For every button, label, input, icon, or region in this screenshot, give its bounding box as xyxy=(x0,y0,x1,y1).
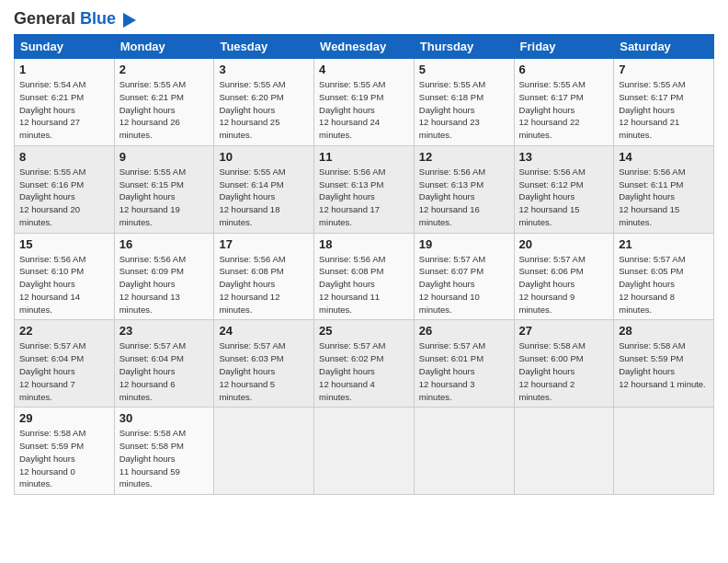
day-info: Sunrise: 5:56 AMSunset: 6:11 PMDaylight … xyxy=(619,166,709,229)
day-info: Sunrise: 5:56 AMSunset: 6:13 PMDaylight … xyxy=(419,166,509,229)
table-row: 3Sunrise: 5:55 AMSunset: 6:20 PMDaylight… xyxy=(214,59,314,146)
table-row: 8Sunrise: 5:55 AMSunset: 6:16 PMDaylight… xyxy=(15,145,115,233)
table-row xyxy=(314,408,415,495)
day-info: Sunrise: 5:57 AMSunset: 6:01 PMDaylight … xyxy=(419,339,509,403)
day-number: 20 xyxy=(519,237,609,251)
table-row: 23Sunrise: 5:57 AMSunset: 6:04 PMDayligh… xyxy=(114,320,214,408)
table-row: 1Sunrise: 5:54 AMSunset: 6:21 PMDaylight… xyxy=(15,59,115,146)
calendar-week-row: 1Sunrise: 5:54 AMSunset: 6:21 PMDaylight… xyxy=(15,59,714,146)
day-info: Sunrise: 5:55 AMSunset: 6:19 PMDaylight … xyxy=(319,78,409,142)
day-info: Sunrise: 5:56 AMSunset: 6:09 PMDaylight … xyxy=(119,253,210,316)
day-number: 15 xyxy=(19,237,109,251)
table-row: 10Sunrise: 5:55 AMSunset: 6:14 PMDayligh… xyxy=(214,145,314,233)
day-number: 30 xyxy=(119,411,210,425)
day-number: 10 xyxy=(219,150,309,164)
day-number: 4 xyxy=(319,63,409,76)
day-info: Sunrise: 5:55 AMSunset: 6:17 PMDaylight … xyxy=(519,78,609,142)
day-number: 7 xyxy=(619,63,709,76)
day-info: Sunrise: 5:55 AMSunset: 6:15 PMDaylight … xyxy=(119,166,210,229)
calendar-table: Sunday Monday Tuesday Wednesday Thursday… xyxy=(14,34,714,495)
day-number: 6 xyxy=(519,63,609,76)
day-info: Sunrise: 5:57 AMSunset: 6:05 PMDaylight … xyxy=(619,253,709,316)
day-info: Sunrise: 5:55 AMSunset: 6:17 PMDaylight … xyxy=(619,78,709,142)
logo-text: General Blue xyxy=(14,9,116,29)
day-number: 18 xyxy=(319,237,409,251)
day-info: Sunrise: 5:58 AMSunset: 5:59 PMDaylight … xyxy=(19,427,109,490)
col-sunday: Sunday xyxy=(15,35,115,59)
day-number: 23 xyxy=(119,324,210,338)
table-row: 22Sunrise: 5:57 AMSunset: 6:04 PMDayligh… xyxy=(15,320,115,408)
table-row: 2Sunrise: 5:55 AMSunset: 6:21 PMDaylight… xyxy=(114,59,214,146)
table-row xyxy=(614,408,714,495)
table-row: 12Sunrise: 5:56 AMSunset: 6:13 PMDayligh… xyxy=(414,145,514,233)
col-wednesday: Wednesday xyxy=(314,35,415,59)
calendar-header-row: Sunday Monday Tuesday Wednesday Thursday… xyxy=(15,35,714,59)
col-monday: Monday xyxy=(114,35,214,59)
table-row: 21Sunrise: 5:57 AMSunset: 6:05 PMDayligh… xyxy=(614,233,714,320)
col-saturday: Saturday xyxy=(614,35,714,59)
day-info: Sunrise: 5:54 AMSunset: 6:21 PMDaylight … xyxy=(19,78,109,142)
day-info: Sunrise: 5:56 AMSunset: 6:12 PMDaylight … xyxy=(519,166,609,229)
table-row: 7Sunrise: 5:55 AMSunset: 6:17 PMDaylight… xyxy=(614,59,714,146)
table-row: 25Sunrise: 5:57 AMSunset: 6:02 PMDayligh… xyxy=(314,320,415,408)
table-row: 5Sunrise: 5:55 AMSunset: 6:18 PMDaylight… xyxy=(414,59,514,146)
day-number: 17 xyxy=(219,237,309,251)
table-row: 18Sunrise: 5:56 AMSunset: 6:08 PMDayligh… xyxy=(314,233,415,320)
day-number: 3 xyxy=(219,63,309,76)
main-container: General Blue Sunday Monday Tuesday Wedne… xyxy=(0,0,728,504)
day-info: Sunrise: 5:55 AMSunset: 6:14 PMDaylight … xyxy=(219,166,309,229)
table-row: 19Sunrise: 5:57 AMSunset: 6:07 PMDayligh… xyxy=(414,233,514,320)
table-row xyxy=(414,408,514,495)
table-row: 28Sunrise: 5:58 AMSunset: 5:59 PMDayligh… xyxy=(614,320,714,408)
table-row: 4Sunrise: 5:55 AMSunset: 6:19 PMDaylight… xyxy=(314,59,415,146)
day-info: Sunrise: 5:56 AMSunset: 6:08 PMDaylight … xyxy=(219,253,309,316)
col-tuesday: Tuesday xyxy=(214,35,314,59)
calendar-week-row: 8Sunrise: 5:55 AMSunset: 6:16 PMDaylight… xyxy=(15,145,714,233)
day-number: 1 xyxy=(19,63,109,76)
table-row: 27Sunrise: 5:58 AMSunset: 6:00 PMDayligh… xyxy=(514,320,614,408)
day-number: 12 xyxy=(419,150,509,164)
day-number: 5 xyxy=(419,63,509,76)
logo-blue-text: Blue xyxy=(80,9,116,28)
day-info: Sunrise: 5:55 AMSunset: 6:21 PMDaylight … xyxy=(119,78,210,142)
day-number: 13 xyxy=(519,150,609,164)
calendar-week-row: 22Sunrise: 5:57 AMSunset: 6:04 PMDayligh… xyxy=(15,320,714,408)
day-number: 9 xyxy=(119,150,210,164)
table-row: 30Sunrise: 5:58 AMSunset: 5:58 PMDayligh… xyxy=(114,408,214,495)
day-number: 14 xyxy=(619,150,709,164)
table-row xyxy=(514,408,614,495)
day-info: Sunrise: 5:57 AMSunset: 6:06 PMDaylight … xyxy=(519,253,609,316)
day-number: 29 xyxy=(19,411,109,425)
day-number: 26 xyxy=(419,324,509,338)
day-number: 2 xyxy=(119,63,210,76)
table-row: 6Sunrise: 5:55 AMSunset: 6:17 PMDaylight… xyxy=(514,59,614,146)
table-row: 9Sunrise: 5:55 AMSunset: 6:15 PMDaylight… xyxy=(114,145,214,233)
table-row: 15Sunrise: 5:56 AMSunset: 6:10 PMDayligh… xyxy=(15,233,115,320)
day-number: 21 xyxy=(619,237,709,251)
col-thursday: Thursday xyxy=(414,35,514,59)
day-info: Sunrise: 5:57 AMSunset: 6:04 PMDaylight … xyxy=(119,339,210,403)
table-row: 17Sunrise: 5:56 AMSunset: 6:08 PMDayligh… xyxy=(214,233,314,320)
table-row: 14Sunrise: 5:56 AMSunset: 6:11 PMDayligh… xyxy=(614,145,714,233)
day-info: Sunrise: 5:56 AMSunset: 6:08 PMDaylight … xyxy=(319,253,409,316)
day-number: 22 xyxy=(19,324,109,338)
day-number: 27 xyxy=(519,324,609,338)
day-info: Sunrise: 5:55 AMSunset: 6:20 PMDaylight … xyxy=(219,78,309,142)
day-info: Sunrise: 5:57 AMSunset: 6:04 PMDaylight … xyxy=(19,339,109,403)
day-info: Sunrise: 5:58 AMSunset: 5:59 PMDaylight … xyxy=(619,339,709,390)
day-number: 8 xyxy=(19,150,109,164)
day-number: 28 xyxy=(619,324,709,338)
calendar-week-row: 29Sunrise: 5:58 AMSunset: 5:59 PMDayligh… xyxy=(15,408,714,495)
table-row: 24Sunrise: 5:57 AMSunset: 6:03 PMDayligh… xyxy=(214,320,314,408)
logo: General Blue xyxy=(14,9,136,29)
day-info: Sunrise: 5:57 AMSunset: 6:07 PMDaylight … xyxy=(419,253,509,316)
table-row: 11Sunrise: 5:56 AMSunset: 6:13 PMDayligh… xyxy=(314,145,415,233)
table-row: 20Sunrise: 5:57 AMSunset: 6:06 PMDayligh… xyxy=(514,233,614,320)
day-info: Sunrise: 5:57 AMSunset: 6:02 PMDaylight … xyxy=(319,339,409,403)
day-number: 25 xyxy=(319,324,409,338)
day-info: Sunrise: 5:56 AMSunset: 6:10 PMDaylight … xyxy=(19,253,109,316)
day-number: 24 xyxy=(219,324,309,338)
day-info: Sunrise: 5:55 AMSunset: 6:16 PMDaylight … xyxy=(19,166,109,229)
svg-marker-0 xyxy=(123,13,136,28)
logo-triangle-icon xyxy=(119,11,136,28)
